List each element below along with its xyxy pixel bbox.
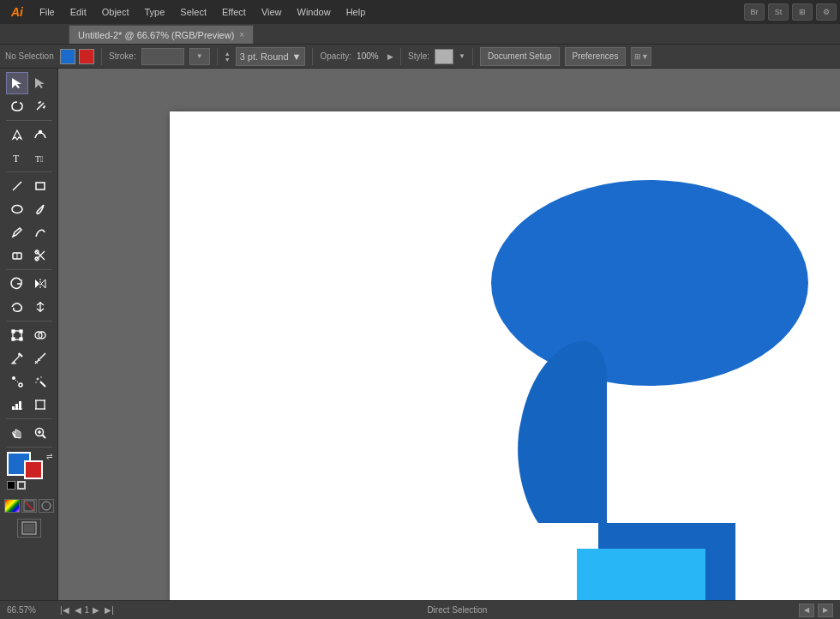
nav-mode-area: ◀ ▶ [799,604,833,617]
shape-builder-tool[interactable] [29,324,51,346]
svg-line-5 [39,102,39,104]
menu-edit[interactable]: Edit [63,5,93,19]
tab-title: Untitled-2* @ 66.67% (RGB/Preview) [78,30,234,40]
svg-line-6 [43,107,45,108]
zoom-tool[interactable] [29,422,51,444]
artboard-tool[interactable] [29,394,51,416]
rotate-tool[interactable] [6,273,28,295]
reflect-tool[interactable] [29,273,51,295]
pt-round-selector[interactable]: 3 pt. Round ▼ [236,47,306,66]
sync-button[interactable]: ⚙ [816,3,837,21]
paintbrush-tool[interactable] [29,198,51,220]
menu-view[interactable]: View [255,5,289,19]
status-text: Direct Selection [427,605,487,615]
svg-point-36 [19,383,22,387]
sep4 [400,48,401,65]
opacity-label: Opacity: [320,51,351,61]
type-tool[interactable]: T [6,147,28,169]
direct-selection-tool[interactable] [29,72,51,94]
symbol-sprayer-tool[interactable] [29,370,51,393]
document-tab[interactable]: Untitled-2* @ 66.67% (RGB/Preview) × [69,25,254,44]
menu-select[interactable]: Select [173,5,213,19]
style-dropdown[interactable]: ▼ [459,52,465,60]
svg-point-56 [42,502,51,510]
menu-type[interactable]: Type [138,5,172,19]
opacity-value[interactable]: 100% [357,51,382,61]
smooth-tool[interactable] [29,221,51,243]
svg-rect-28 [20,338,22,340]
touch-type-tool[interactable]: T⃝ [29,147,51,169]
bridge-button[interactable]: Br [744,3,765,21]
document-setup-button[interactable]: Document Setup [480,47,560,66]
tab-bar: Untitled-2* @ 66.67% (RGB/Preview) × [0,24,840,45]
swap-colors-button[interactable]: ⇌ [46,452,53,460]
free-transform-tool[interactable] [6,324,28,346]
eyedropper-tool[interactable] [6,347,28,370]
screen-mode-button[interactable] [17,519,41,538]
tool-row-8 [6,244,51,267]
stroke-label: Stroke: [109,51,136,61]
default-fill[interactable] [7,481,15,490]
default-stroke[interactable] [17,481,26,490]
menu-object[interactable]: Object [95,5,136,19]
measure-tool[interactable] [29,347,51,370]
svg-point-35 [12,376,15,380]
lasso-tool[interactable] [6,95,28,117]
opacity-arrow[interactable]: ▶ [387,52,393,61]
rectangle-tool[interactable] [29,175,51,197]
ellipse-tool[interactable] [6,198,28,220]
nav-left-button[interactable]: ◀ [799,604,814,617]
none-button[interactable] [21,499,37,513]
gradient-button[interactable] [4,499,20,513]
menu-file[interactable]: File [33,5,62,19]
selection-tool[interactable] [6,72,28,94]
scissors-tool[interactable] [29,244,51,267]
nav-right-button[interactable]: ▶ [818,604,833,617]
color-picker-mode[interactable] [39,499,54,513]
stock-button[interactable]: St [768,3,789,21]
sep1 [101,48,102,65]
pencil-tool[interactable] [6,221,28,243]
magic-wand-tool[interactable] [29,95,51,117]
first-page-button[interactable]: |◀ [58,605,71,615]
line-segment-tool[interactable] [6,175,28,197]
selection-label: No Selection [5,51,57,61]
tool-sep-4 [6,321,52,322]
svg-rect-26 [20,330,22,333]
stroke-color-swatch[interactable] [79,49,94,64]
fill-color-swatch[interactable] [60,49,75,64]
warp-tool[interactable] [6,296,28,318]
blend-tool[interactable] [6,370,28,393]
menu-effect[interactable]: Effect [215,5,253,19]
arrange-button[interactable]: ⊞▼ [631,47,651,66]
svg-point-59 [491,180,808,386]
artwork [170,111,840,600]
hand-tool[interactable] [6,422,28,444]
tool-row-6 [6,198,51,220]
pen-tool[interactable] [6,123,28,146]
stroke-value[interactable] [141,48,184,65]
svg-rect-45 [36,400,45,409]
zoom-level: 66.57% [7,605,50,615]
menu-help[interactable]: Help [339,5,373,19]
curvature-tool[interactable] [29,123,51,146]
weight-arrows[interactable]: ▲▼ [225,51,231,63]
width-tool[interactable] [29,296,51,318]
svg-marker-21 [41,279,45,288]
last-page-button[interactable]: ▶| [103,605,116,615]
next-page-button[interactable]: ▶ [91,605,101,615]
cloud-button[interactable]: ⊞ [792,3,813,21]
tab-close-button[interactable]: × [239,30,244,39]
prev-page-button[interactable]: ◀ [73,605,83,615]
eraser-tool[interactable] [6,244,28,267]
tool-row-4: T T⃝ [6,147,51,169]
style-swatch[interactable] [435,49,453,64]
stroke-dropdown[interactable]: ▼ [189,48,210,65]
tool-row-11 [6,324,51,346]
graph-tool[interactable] [6,394,28,416]
svg-point-7 [39,131,42,134]
preferences-button[interactable]: Preferences [565,47,627,66]
stroke-box[interactable] [24,460,43,479]
tool-sep-5 [6,418,52,419]
menu-window[interactable]: Window [291,5,338,19]
